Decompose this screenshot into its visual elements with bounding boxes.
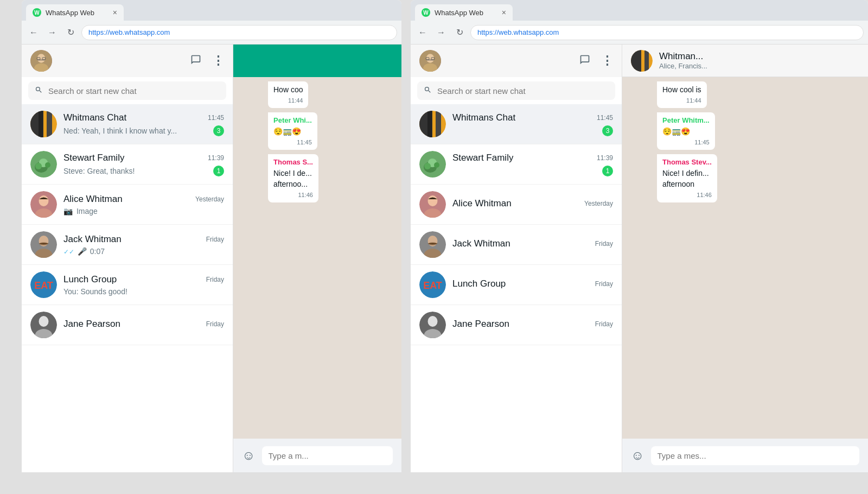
message-3-right: Thomas Stev... Nice! I defin...afternoon… [657, 154, 717, 202]
chat-avatar-lunch-left: EAT [30, 271, 57, 298]
browser-tab-left[interactable]: W WhatsApp Web × [26, 4, 124, 21]
messages-area-right: How cool is 11:44 Peter Whitm... 😌🚃😍 11:… [622, 77, 868, 439]
chat-header-sub-right: Alice, Francis... [659, 62, 859, 70]
user-avatar-right[interactable] [419, 50, 441, 72]
chat-item-alice-right[interactable]: Alice Whitman Yesterday [411, 185, 622, 225]
chat-preview-jack-left: ✓✓ 🎤 0:07 [63, 247, 224, 256]
back-btn-left[interactable]: ← [26, 25, 41, 40]
svg-text:EAT: EAT [34, 280, 53, 291]
chat-avatar-stewart-left [30, 151, 57, 178]
svg-text:EAT: EAT [423, 280, 442, 291]
chat-preview-whitmans-left: Ned: Yeah, I think I know what y... [63, 126, 209, 135]
chat-header-name-right: Whitman... [659, 51, 859, 62]
tab-favicon-left: W [33, 8, 41, 17]
tab-favicon-right: W [422, 8, 430, 17]
chat-item-lunch-left[interactable]: EAT Lunch Group Friday You: Sounds good! [22, 265, 233, 305]
messages-area-left: How coo 11:44 Peter Whi... 😌🚃😍 11:45 Tho… [233, 77, 401, 439]
back-btn-right[interactable]: ← [415, 25, 430, 40]
chat-item-jane-right[interactable]: Jane Pearson Friday [411, 305, 622, 345]
chat-item-stewart-left[interactable]: Stewart Family 11:39 Steve: Great, thank… [22, 144, 233, 185]
chat-info-jack-left: Jack Whitman Friday ✓✓ 🎤 0:07 [63, 234, 224, 256]
double-tick-icon-jack-left: ✓✓ [63, 248, 74, 256]
chat-name-stewart-left: Stewart Family [63, 153, 124, 163]
message-input-left[interactable] [262, 446, 393, 465]
search-icon-right [424, 86, 432, 96]
search-wrapper-left [28, 81, 226, 100]
tab-close-right[interactable]: × [502, 8, 506, 17]
tab-bar-left: W WhatsApp Web × [22, 0, 401, 21]
chat-name-lunch-right: Lunch Group [452, 278, 506, 289]
chat-avatar-jack-right [419, 231, 446, 258]
chat-avatar-jack-left [30, 231, 57, 258]
unread-badge-stewart-left: 1 [213, 166, 224, 176]
svg-rect-58 [631, 50, 641, 72]
chat-input-area-right: ☺ [622, 439, 868, 472]
emoji-btn-left[interactable]: ☺ [242, 448, 256, 463]
message-1-right: How cool is 11:44 [657, 81, 707, 108]
chat-preview-alice-left: 📷 Image [63, 207, 224, 216]
search-input-right[interactable] [437, 86, 609, 96]
tab-title-right: WhatsApp Web [435, 9, 483, 17]
search-input-left[interactable] [48, 86, 220, 96]
chat-name-stewart-right: Stewart Family [452, 153, 513, 163]
menu-icon-left[interactable]: ⋮ [212, 54, 224, 68]
chat-info-jack-right: Jack Whitman Friday [452, 238, 613, 251]
chat-name-jane-left: Jane Pearson [63, 319, 120, 330]
refresh-btn-left[interactable]: ↻ [63, 25, 78, 40]
chat-item-stewart-right[interactable]: Stewart Family 11:39 1 [411, 144, 622, 185]
forward-btn-left[interactable]: → [44, 25, 60, 40]
forward-btn-right[interactable]: → [433, 25, 449, 40]
chat-list-left: Whitmans Chat 11:45 Ned: Yeah, I think I… [22, 104, 233, 472]
message-3-left: Thomas S... Nice! I de...afternoo... 11:… [268, 154, 318, 202]
chat-item-jack-right[interactable]: Jack Whitman Friday [411, 225, 622, 265]
chat-item-whitmans-right[interactable]: Whitmans Chat 11:45 3 [411, 104, 622, 144]
message-2-left: Peter Whi... 😌🚃😍 11:45 [268, 112, 317, 150]
chat-name-alice-right: Alice Whitman [452, 198, 512, 209]
message-input-right[interactable] [651, 446, 859, 465]
chat-item-lunch-right[interactable]: EAT Lunch Group Friday [411, 265, 622, 305]
whatsapp-app-right: ⋮ [411, 45, 868, 472]
address-bar-left[interactable]: https://web.whatsapp.com [81, 25, 397, 40]
svg-point-13 [35, 163, 42, 169]
chat-name-jack-left: Jack Whitman [63, 234, 122, 245]
chat-time-lunch-right: Friday [595, 280, 613, 288]
message-2-right: Peter Whitm... 😌🚃😍 11:45 [657, 112, 715, 150]
unread-badge-stewart-right: 1 [602, 166, 613, 176]
chat-name-whitmans-right: Whitmans Chat [452, 112, 515, 123]
right-browser-window: W WhatsApp Web × ← → ↻ https://web.whats… [411, 0, 868, 472]
tab-close-left[interactable]: × [113, 8, 117, 17]
chat-avatar-whitmans-left [30, 111, 57, 137]
chat-main-right: Whitman... Alice, Francis... How cool is… [622, 45, 868, 472]
chat-name-jack-right: Jack Whitman [452, 238, 510, 249]
menu-icon-right[interactable]: ⋮ [601, 54, 613, 68]
refresh-btn-right[interactable]: ↻ [452, 25, 467, 40]
chat-item-jane-left[interactable]: Jane Pearson Friday [22, 305, 233, 345]
whatsapp-app-left: ⋮ [22, 45, 401, 472]
new-chat-icon-right[interactable] [579, 54, 590, 68]
sidebar-header-right: ⋮ [411, 45, 622, 77]
chat-input-area-left: ☺ [233, 439, 401, 472]
new-chat-icon-left[interactable] [190, 54, 201, 68]
mic-icon-jack-left: 🎤 [78, 247, 87, 256]
chat-item-alice-left[interactable]: Alice Whitman Yesterday 📷 Image [22, 185, 233, 225]
chat-info-alice-left: Alice Whitman Yesterday 📷 Image [63, 194, 224, 216]
chat-avatar-lunch-right: EAT [419, 271, 446, 298]
unread-badge-whitmans-left: 3 [213, 125, 224, 136]
svg-point-14 [45, 162, 50, 168]
chat-item-whitmans-left[interactable]: Whitmans Chat 11:45 Ned: Yeah, I think I… [22, 104, 233, 144]
chat-item-jack-left[interactable]: Jack Whitman Friday ✓✓ 🎤 0:07 [22, 225, 233, 265]
chat-time-stewart-right: 11:39 [597, 154, 613, 162]
emoji-btn-right[interactable]: ☺ [631, 448, 644, 463]
chat-list-right: Whitmans Chat 11:45 3 [411, 104, 622, 472]
browser-tab-right[interactable]: W WhatsApp Web × [415, 4, 513, 21]
chat-time-alice-left: Yesterday [195, 195, 224, 203]
svg-point-44 [434, 162, 439, 168]
svg-rect-59 [644, 50, 649, 72]
sidebar-right: ⋮ [411, 45, 622, 472]
address-bar-right[interactable]: https://web.whatsapp.com [470, 25, 864, 40]
chat-info-stewart-right: Stewart Family 11:39 1 [452, 153, 613, 176]
user-avatar-left[interactable] [30, 50, 52, 72]
chat-time-whitmans-left: 11:45 [208, 114, 224, 122]
chat-name-jane-right: Jane Pearson [452, 319, 509, 330]
search-bar-right [411, 77, 622, 104]
